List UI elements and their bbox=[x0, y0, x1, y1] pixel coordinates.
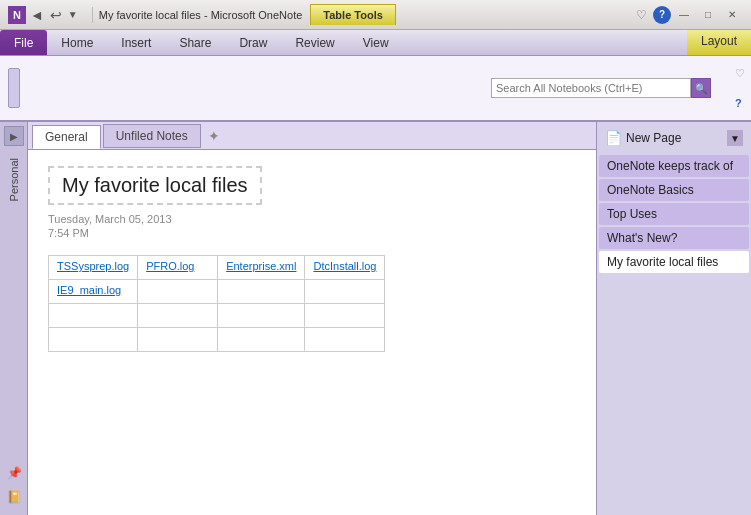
pin-icon[interactable]: 📌 bbox=[4, 463, 24, 483]
left-sidebar: ▶ Personal 📌 📔 bbox=[0, 122, 28, 515]
note-time: 7:54 PM bbox=[48, 227, 576, 239]
note-title-container: My favorite local files bbox=[48, 166, 262, 205]
main-area: ▶ Personal 📌 📔 General Unfiled Notes ✦ M… bbox=[0, 122, 751, 515]
tab-general[interactable]: General bbox=[32, 125, 101, 149]
search-area: 🔍 bbox=[491, 78, 711, 98]
tab-home[interactable]: Home bbox=[47, 30, 107, 55]
heart-icon: ♡ bbox=[735, 67, 745, 80]
tab-add[interactable]: ✦ bbox=[205, 127, 223, 145]
title-text: My favorite local files - Microsoft OneN… bbox=[99, 9, 303, 21]
cell-empty-8[interactable] bbox=[49, 328, 138, 352]
quick-access-toolbar: ◄ ↩ ▼ bbox=[30, 7, 78, 23]
page-item-1[interactable]: OneNote Basics bbox=[599, 179, 749, 201]
tab-view[interactable]: View bbox=[349, 30, 403, 55]
page-item-3[interactable]: What's New? bbox=[599, 227, 749, 249]
note-content: My favorite local files Tuesday, March 0… bbox=[28, 150, 596, 515]
tab-insert[interactable]: Insert bbox=[107, 30, 165, 55]
new-page-dropdown[interactable]: ▼ bbox=[727, 130, 743, 146]
tab-share[interactable]: Share bbox=[165, 30, 225, 55]
ribbon-tabs: File Home Insert Share Draw Review View … bbox=[0, 30, 751, 56]
cell-empty-6[interactable] bbox=[218, 304, 305, 328]
tab-file[interactable]: File bbox=[0, 30, 47, 55]
cell-empty-11[interactable] bbox=[305, 328, 385, 352]
tab-layout[interactable]: Layout bbox=[687, 30, 751, 55]
separator bbox=[92, 7, 93, 23]
ribbon-bar: 🔍 ♡ ? bbox=[0, 56, 751, 122]
cell-empty-3[interactable] bbox=[305, 280, 385, 304]
ribbon-scroll bbox=[8, 68, 20, 108]
tab-review[interactable]: Review bbox=[281, 30, 348, 55]
cell-empty-7[interactable] bbox=[305, 304, 385, 328]
help-btn[interactable]: ? bbox=[653, 6, 671, 24]
expand-btn[interactable]: ▶ bbox=[4, 126, 24, 146]
search-icon: 🔍 bbox=[695, 83, 707, 94]
page-item-4[interactable]: My favorite local files bbox=[599, 251, 749, 273]
search-input[interactable] bbox=[491, 78, 691, 98]
table-row-4 bbox=[49, 328, 385, 352]
tabs-row: General Unfiled Notes ✦ bbox=[28, 122, 596, 150]
note-date: Tuesday, March 05, 2013 bbox=[48, 213, 576, 225]
file-link-pfro[interactable]: PFRO.log bbox=[146, 260, 194, 272]
cell-empty-9[interactable] bbox=[138, 328, 218, 352]
cell-empty-2[interactable] bbox=[218, 280, 305, 304]
help-question-icon[interactable]: ? bbox=[735, 97, 745, 109]
tab-draw[interactable]: Draw bbox=[225, 30, 281, 55]
note-title: My favorite local files bbox=[62, 174, 248, 197]
cell-empty-1[interactable] bbox=[138, 280, 218, 304]
personal-label[interactable]: Personal bbox=[8, 158, 20, 201]
maximize-btn[interactable]: □ bbox=[697, 4, 719, 26]
page-area: General Unfiled Notes ✦ My favorite loca… bbox=[28, 122, 596, 515]
close-btn[interactable]: ✕ bbox=[721, 4, 743, 26]
bottom-icons: 📌 📔 bbox=[4, 463, 24, 507]
table-row-1: TSSysprep.log PFRO.log Enterprise.xml Dt… bbox=[49, 256, 385, 280]
title-bar: N ◄ ↩ ▼ My favorite local files - Micros… bbox=[0, 0, 751, 30]
app-icon: N bbox=[8, 6, 26, 24]
cell-empty-10[interactable] bbox=[218, 328, 305, 352]
notebook-icon[interactable]: 📔 bbox=[4, 487, 24, 507]
undo-btn[interactable]: ↩ bbox=[50, 7, 62, 23]
file-link-enterprise[interactable]: Enterprise.xml bbox=[226, 260, 296, 272]
table-tools-label: Table Tools bbox=[310, 4, 396, 25]
new-page-icon: 📄 bbox=[605, 130, 622, 146]
table-row-2: IE9_main.log bbox=[49, 280, 385, 304]
more-btn[interactable]: ▼ bbox=[68, 9, 78, 20]
search-btn[interactable]: 🔍 bbox=[691, 78, 711, 98]
table-row-3 bbox=[49, 304, 385, 328]
cell-empty-4[interactable] bbox=[49, 304, 138, 328]
minimize-btn[interactable]: — bbox=[673, 4, 695, 26]
new-page-label: New Page bbox=[626, 131, 681, 145]
back-btn[interactable]: ◄ bbox=[30, 7, 44, 23]
help-icons: ♡ ? bbox=[733, 56, 747, 120]
file-table: TSSysprep.log PFRO.log Enterprise.xml Dt… bbox=[48, 255, 385, 352]
file-link-dtcinstall[interactable]: DtcInstall.log bbox=[313, 260, 376, 272]
right-panel: 📄 New Page ▼ OneNote keeps track of OneN… bbox=[596, 122, 751, 515]
help-heart-icon: ♡ bbox=[636, 8, 647, 22]
cell-empty-5[interactable] bbox=[138, 304, 218, 328]
new-page-btn[interactable]: 📄 New Page ▼ bbox=[597, 126, 751, 150]
file-link-tssysprep[interactable]: TSSysprep.log bbox=[57, 260, 129, 272]
tab-unfiled[interactable]: Unfiled Notes bbox=[103, 124, 201, 148]
file-link-ie9[interactable]: IE9_main.log bbox=[57, 284, 121, 296]
page-item-0[interactable]: OneNote keeps track of bbox=[599, 155, 749, 177]
page-item-2[interactable]: Top Uses bbox=[599, 203, 749, 225]
